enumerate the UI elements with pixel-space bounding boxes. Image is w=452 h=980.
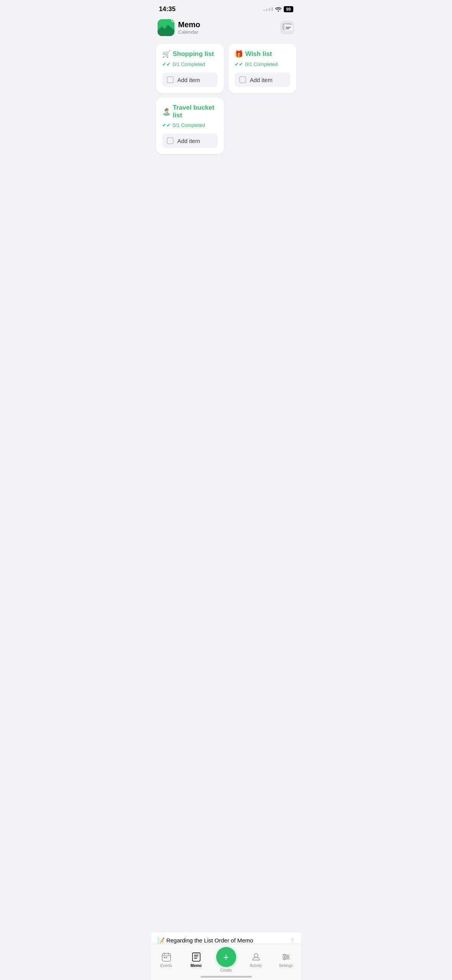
travel-list-card: 🏝️ Travel bucket list ✔✔ 0/1 Completed A… <box>156 98 224 154</box>
app-subtitle: Calendar <box>178 29 201 35</box>
wishlist-checkbox[interactable] <box>239 76 246 83</box>
check-icon-3: ✔✔ <box>162 122 171 128</box>
app-header: Memo Calendar <box>151 16 301 41</box>
check-icon-2: ✔✔ <box>235 61 243 67</box>
travel-list-title: 🏝️ Travel bucket list <box>162 104 218 119</box>
travel-add-item[interactable]: Add item <box>162 133 218 148</box>
status-icons: 99 <box>263 6 293 12</box>
shopping-list-card: 🛒 Shopping list ✔✔ 0/1 Completed Add ite… <box>156 44 224 93</box>
wishlist-card: 🎁 Wish list ✔✔ 0/1 Completed Add item <box>228 44 296 93</box>
wishlist-emoji: 🎁 <box>235 50 243 58</box>
travel-checkbox[interactable] <box>167 137 174 144</box>
status-time: 14:35 <box>159 5 176 13</box>
travel-add-label: Add item <box>178 138 200 144</box>
app-logo <box>158 19 174 36</box>
shopping-add-item[interactable]: Add item <box>162 72 218 87</box>
svg-rect-10 <box>286 28 289 29</box>
wishlist-completion: ✔✔ 0/1 Completed <box>235 61 290 67</box>
check-icon: ✔✔ <box>162 61 171 67</box>
travel-completion: ✔✔ 0/1 Completed <box>162 122 218 128</box>
svg-rect-8 <box>285 25 293 31</box>
wishlist-add-item[interactable]: Add item <box>235 72 290 87</box>
battery-indicator: 99 <box>284 6 293 12</box>
wifi-icon <box>275 7 281 12</box>
wishlist-add-label: Add item <box>250 77 273 83</box>
header-left: Memo Calendar <box>158 19 201 36</box>
shopping-add-label: Add item <box>178 77 200 83</box>
header-titles: Memo Calendar <box>178 20 201 35</box>
shopping-list-title: 🛒 Shopping list <box>162 50 218 58</box>
travel-emoji: 🏝️ <box>162 107 171 116</box>
signal-icon <box>263 7 273 11</box>
svg-rect-9 <box>286 27 291 28</box>
shopping-checkbox[interactable] <box>167 76 174 83</box>
shopping-completion: ✔✔ 0/1 Completed <box>162 61 218 67</box>
app-name: Memo <box>178 20 201 29</box>
chat-button[interactable] <box>279 20 295 35</box>
wishlist-title: 🎁 Wish list <box>235 50 290 58</box>
shopping-emoji: 🛒 <box>162 50 171 58</box>
main-content: 🛒 Shopping list ✔✔ 0/1 Completed Add ite… <box>151 41 301 157</box>
status-bar: 14:35 99 <box>151 0 301 16</box>
